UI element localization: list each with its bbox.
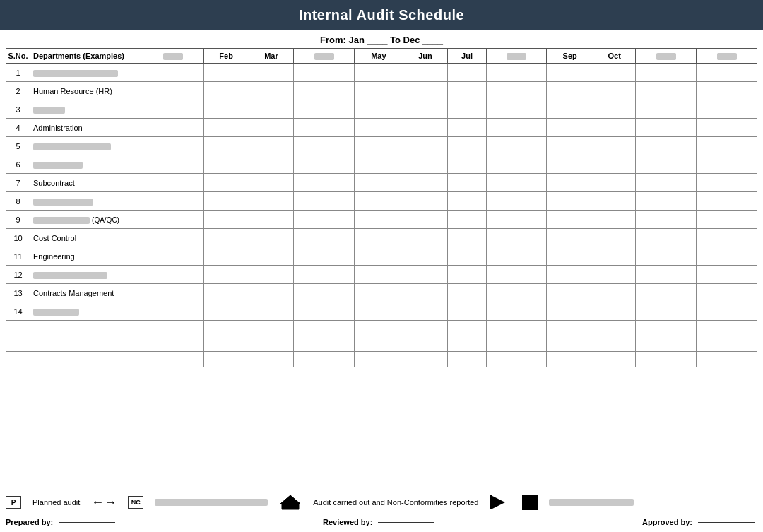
row-month-cell [697, 211, 757, 229]
legend-blurred2 [549, 499, 634, 506]
row-month-cell [697, 82, 757, 100]
col-mar: Mar [249, 49, 294, 64]
row-month-cell [403, 100, 448, 119]
table-row-empty [6, 352, 757, 367]
row-month-cell [486, 266, 547, 284]
row-month-cell [697, 64, 757, 82]
legend-arrow-item: ←→ [91, 495, 117, 510]
row-month-cell [486, 137, 547, 155]
row-month-cell [448, 119, 486, 137]
row-month-cell [448, 229, 486, 247]
row-number: 5 [6, 137, 30, 155]
row-month-cell [403, 211, 448, 229]
row-month-cell [249, 174, 294, 192]
empty-cell [486, 352, 547, 367]
empty-cell [6, 336, 30, 352]
empty-cell [448, 321, 486, 336]
row-month-cell [355, 100, 403, 119]
row-month-cell [355, 64, 403, 82]
row-month-cell [294, 192, 355, 211]
row-month-cell [486, 284, 547, 302]
row-number: 10 [6, 229, 30, 247]
row-month-cell [697, 155, 757, 174]
row-month-cell [203, 266, 249, 284]
row-month-cell [636, 64, 697, 82]
empty-cell [203, 352, 249, 367]
empty-cell [636, 336, 697, 352]
row-month-cell [593, 155, 636, 174]
row-month-cell [636, 100, 697, 119]
row-month-cell [697, 302, 757, 321]
row-month-cell [355, 284, 403, 302]
empty-cell [403, 336, 448, 352]
row-month-cell [403, 192, 448, 211]
empty-cell [143, 352, 204, 367]
row-month-cell [355, 266, 403, 284]
row-month-cell [547, 64, 593, 82]
row-month-cell [403, 284, 448, 302]
empty-cell [355, 336, 403, 352]
empty-cell [593, 336, 636, 352]
table-row: 12 [6, 266, 757, 284]
row-month-cell [143, 82, 204, 100]
row-month-cell [203, 137, 249, 155]
row-month-cell [448, 174, 486, 192]
row-month-cell [203, 119, 249, 137]
empty-cell [486, 321, 547, 336]
row-month-cell [249, 229, 294, 247]
table-row: 4Administration [6, 119, 757, 137]
row-month-cell [593, 211, 636, 229]
row-month-cell [593, 266, 636, 284]
row-month-cell [486, 155, 547, 174]
row-month-cell [448, 211, 486, 229]
row-month-cell [143, 302, 204, 321]
row-month-cell [486, 119, 547, 137]
date-range: From: Jan ____ To Dec ____ [0, 30, 763, 48]
col-may: May [355, 49, 403, 64]
row-number: 14 [6, 302, 30, 321]
row-month-cell [143, 229, 204, 247]
row-month-cell [203, 64, 249, 82]
row-month-cell [593, 64, 636, 82]
empty-cell [355, 321, 403, 336]
row-month-cell [486, 229, 547, 247]
footer-signature: Prepared by: Reviewed by: Approved by: [0, 514, 763, 532]
legend-planned: P [6, 496, 21, 509]
row-month-cell [203, 82, 249, 100]
table-row: 1 [6, 64, 757, 82]
row-month-cell [448, 284, 486, 302]
row-number: 2 [6, 82, 30, 100]
row-month-cell [203, 211, 249, 229]
empty-cell [203, 336, 249, 352]
empty-cell [143, 336, 204, 352]
col-apr [294, 49, 355, 64]
empty-cell [593, 321, 636, 336]
row-month-cell [636, 247, 697, 266]
row-month-cell [294, 137, 355, 155]
table-row: 3 [6, 100, 757, 119]
row-month-cell [448, 247, 486, 266]
row-month-cell [697, 266, 757, 284]
legend-nc-full-text: Audit carried out and Non-Conformities r… [313, 498, 478, 507]
row-month-cell [486, 302, 547, 321]
title-text: Internal Audit Schedule [299, 7, 464, 23]
row-month-cell [143, 284, 204, 302]
row-month-cell [448, 155, 486, 174]
row-month-cell [203, 229, 249, 247]
row-month-cell [486, 64, 547, 82]
row-month-cell [486, 247, 547, 266]
row-dept [30, 100, 143, 119]
row-month-cell [403, 64, 448, 82]
row-number: 9 [6, 211, 30, 229]
empty-cell [697, 321, 757, 336]
row-month-cell [547, 266, 593, 284]
row-month-cell [294, 155, 355, 174]
col-oct: Oct [593, 49, 636, 64]
svg-marker-2 [491, 495, 505, 509]
row-month-cell [547, 174, 593, 192]
row-dept: Engineering [30, 247, 143, 266]
row-dept: Human Resource (HR) [30, 82, 143, 100]
row-month-cell [249, 211, 294, 229]
row-month-cell [697, 247, 757, 266]
row-month-cell [547, 192, 593, 211]
